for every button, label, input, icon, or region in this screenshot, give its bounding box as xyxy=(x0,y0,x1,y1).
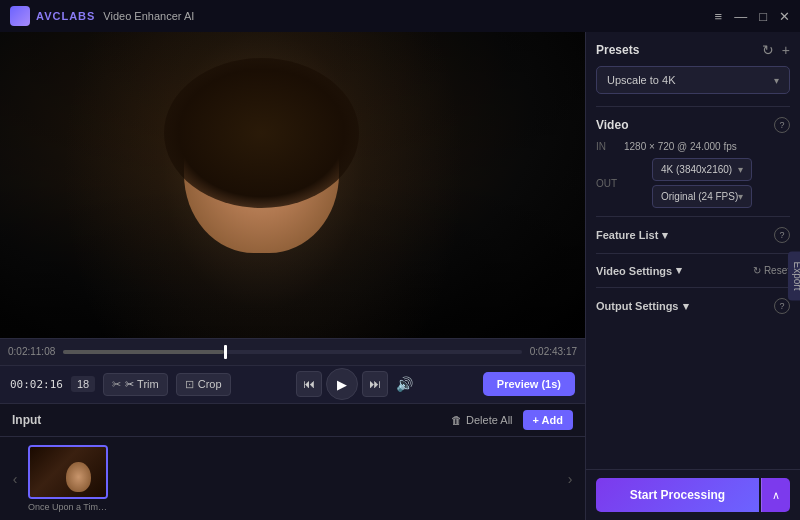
video-settings-arrow: ▾ xyxy=(676,264,682,277)
timeline-time-left: 0:02:11:08 xyxy=(8,346,55,357)
right-panel: Presets ↻ + Upscale to 4K ▾ Video ? IN 1… xyxy=(585,32,800,520)
start-processing-dropdown[interactable]: ∧ xyxy=(761,478,790,512)
scroll-left-arrow[interactable]: ‹ xyxy=(6,449,24,509)
titlebar: AVCLABS Video Enhancer AI ≡ — □ ✕ xyxy=(0,0,800,32)
video-help-icon[interactable]: ? xyxy=(774,117,790,133)
play-button[interactable]: ▶ xyxy=(326,368,358,400)
crop-button[interactable]: ⊡ Crop xyxy=(176,373,231,396)
add-label: + Add xyxy=(533,414,563,426)
input-header: Input 🗑 Delete All + Add xyxy=(0,404,585,437)
preset-selected: Upscale to 4K xyxy=(607,74,675,86)
main-layout: 0:02:11:08 0:02:43:17 00:02:16 18 ✂ ✂ Tr… xyxy=(0,32,800,520)
add-button[interactable]: + Add xyxy=(523,410,573,430)
video-in-row: IN 1280 × 720 @ 24.000 fps xyxy=(596,141,790,152)
video-settings-header[interactable]: Video Settings ▾ ↻ Reset xyxy=(596,264,790,277)
fps-dropdown[interactable]: Original (24 FPS) ▾ xyxy=(652,185,752,208)
preview-button[interactable]: Preview (1s) xyxy=(483,372,575,396)
thumbnail-label: Once Upon a Time in ... xyxy=(28,502,108,512)
timeline-progress xyxy=(63,350,223,354)
feature-list-help-icon[interactable]: ? xyxy=(774,227,790,243)
input-actions: 🗑 Delete All + Add xyxy=(451,410,573,430)
feature-list-arrow: ▾ xyxy=(662,229,668,242)
output-settings-right: ? xyxy=(774,298,790,314)
presets-section-header: Presets ↻ + xyxy=(596,42,790,58)
list-item[interactable]: Once Upon a Time in ... xyxy=(28,445,108,512)
export-tab[interactable]: Export xyxy=(788,252,800,301)
app-logo: AVCLABS xyxy=(10,6,95,26)
trim-label: ✂ Trim xyxy=(125,378,158,391)
output-settings-help-icon[interactable]: ? xyxy=(774,298,790,314)
out-label: OUT xyxy=(596,178,624,189)
close-button[interactable]: ✕ xyxy=(779,10,790,23)
controls-bar: 00:02:16 18 ✂ ✂ Trim ⊡ Crop ⏮ ▶ ⏭ xyxy=(0,366,585,403)
fps-arrow: ▾ xyxy=(738,191,743,202)
out-dropdowns: 4K (3840x2160) ▾ Original (24 FPS) ▾ xyxy=(652,158,752,208)
feature-list-section: Feature List ▾ ? xyxy=(596,216,790,253)
trim-button[interactable]: ✂ ✂ Trim xyxy=(103,373,167,396)
video-info-section: Video ? IN 1280 × 720 @ 24.000 fps OUT 4… xyxy=(596,106,790,208)
video-section-header: Video ? xyxy=(596,117,790,133)
video-section-title: Video xyxy=(596,118,628,132)
right-footer: Start Processing ∧ xyxy=(586,469,800,520)
reset-icon: ↻ xyxy=(753,265,761,276)
scroll-right-arrow[interactable]: › xyxy=(561,449,579,509)
refresh-icon[interactable]: ↻ xyxy=(762,42,774,58)
titlebar-left: AVCLABS Video Enhancer AI xyxy=(10,6,194,26)
app-title: Video Enhancer AI xyxy=(103,10,194,22)
play-icon: ▶ xyxy=(337,377,347,392)
brand-name: AVCLABS xyxy=(36,10,95,22)
start-processing-button[interactable]: Start Processing xyxy=(596,478,759,512)
feature-list-header[interactable]: Feature List ▾ ? xyxy=(596,227,790,243)
nav-buttons: ⏮ ▶ ⏭ 🔊 xyxy=(296,368,418,400)
video-frame xyxy=(0,32,585,338)
video-out-row: OUT 4K (3840x2160) ▾ Original (24 FPS) ▾ xyxy=(596,158,790,208)
resolution-dropdown[interactable]: 4K (3840x2160) ▾ xyxy=(652,158,752,181)
output-settings-title: Output Settings ▾ xyxy=(596,300,689,313)
feature-list-title: Feature List ▾ xyxy=(596,229,668,242)
add-preset-icon[interactable]: + xyxy=(782,42,790,58)
input-title: Input xyxy=(12,413,41,427)
timeline-track[interactable] xyxy=(63,350,521,354)
volume-button[interactable]: 🔊 xyxy=(392,371,418,397)
resolution-value: 4K (3840x2160) xyxy=(661,164,732,175)
time-display: 00:02:16 xyxy=(10,378,63,391)
maximize-button[interactable]: □ xyxy=(759,10,767,23)
output-settings-header[interactable]: Output Settings ▾ ? xyxy=(596,298,790,314)
frame-number: 18 xyxy=(71,376,95,392)
input-section: Input 🗑 Delete All + Add ‹ xyxy=(0,403,585,520)
thumb-face xyxy=(66,462,91,492)
crop-icon: ⊡ xyxy=(185,378,194,391)
prev-icon: ⏮ xyxy=(303,377,315,391)
right-scroll[interactable]: Presets ↻ + Upscale to 4K ▾ Video ? IN 1… xyxy=(586,32,800,469)
volume-icon: 🔊 xyxy=(396,376,413,392)
video-settings-section: Video Settings ▾ ↻ Reset xyxy=(596,253,790,287)
logo-icon xyxy=(10,6,30,26)
crop-label: Crop xyxy=(198,378,222,390)
next-button[interactable]: ⏭ xyxy=(362,371,388,397)
thumbnail-image xyxy=(28,445,108,499)
prev-button[interactable]: ⏮ xyxy=(296,371,322,397)
in-value: 1280 × 720 @ 24.000 fps xyxy=(624,141,737,152)
feature-list-right: ? xyxy=(774,227,790,243)
output-settings-arrow: ▾ xyxy=(683,300,689,313)
trash-icon: 🗑 xyxy=(451,414,462,426)
video-settings-right: ↻ Reset xyxy=(753,265,790,276)
video-settings-title: Video Settings ▾ xyxy=(596,264,682,277)
delete-all-button[interactable]: 🗑 Delete All xyxy=(451,414,512,426)
fps-value: Original (24 FPS) xyxy=(661,191,738,202)
left-panel: 0:02:11:08 0:02:43:17 00:02:16 18 ✂ ✂ Tr… xyxy=(0,32,585,520)
presets-title: Presets xyxy=(596,43,639,57)
timeline-thumb[interactable] xyxy=(224,345,227,359)
output-settings-section: Output Settings ▾ ? xyxy=(596,287,790,324)
reset-button[interactable]: ↻ Reset xyxy=(753,265,790,276)
preset-dropdown[interactable]: Upscale to 4K ▾ xyxy=(596,66,790,94)
minimize-button[interactable]: — xyxy=(734,10,747,23)
next-icon: ⏭ xyxy=(369,377,381,391)
menu-button[interactable]: ≡ xyxy=(715,10,723,23)
reset-label: Reset xyxy=(764,265,790,276)
preset-dropdown-arrow: ▾ xyxy=(774,75,779,86)
in-label: IN xyxy=(596,141,624,152)
thumbnails-list: Once Upon a Time in ... xyxy=(24,445,561,512)
timeline-time-right: 0:02:43:17 xyxy=(530,346,577,357)
delete-all-label: Delete All xyxy=(466,414,512,426)
